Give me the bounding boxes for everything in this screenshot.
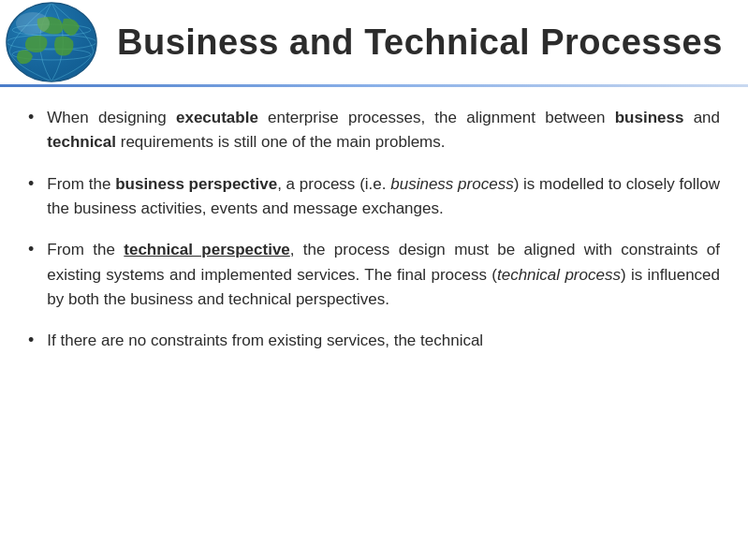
bullet-symbol-1: • — [28, 108, 34, 127]
bullet-item-2: • From the business perspective, a proce… — [28, 172, 720, 222]
bullet-item-1: • When designing executable enterprise p… — [28, 106, 720, 155]
slide-title: Business and Technical Processes — [108, 22, 723, 63]
bullet-text-1: When designing executable enterprise pro… — [47, 106, 720, 155]
bullet-symbol-4: • — [28, 331, 34, 350]
svg-point-6 — [16, 12, 50, 35]
bullet-text-2: From the business perspective, a process… — [47, 172, 720, 222]
bullet-item-3: • From the technical perspective, the pr… — [28, 238, 720, 312]
bullet-text-4: If there are no constraints from existin… — [47, 329, 720, 353]
bullet-text-3: From the technical perspective, the proc… — [47, 238, 720, 312]
bullet-symbol-3: • — [28, 240, 34, 259]
header-divider — [0, 84, 748, 87]
bullet-item-4: • If there are no constraints from exist… — [28, 329, 720, 353]
globe-icon — [0, 0, 108, 84]
slide: Business and Technical Processes • When … — [0, 0, 748, 560]
bullet-symbol-2: • — [28, 174, 34, 194]
slide-header: Business and Technical Processes — [0, 0, 748, 84]
slide-content: • When designing executable enterprise p… — [0, 96, 748, 380]
